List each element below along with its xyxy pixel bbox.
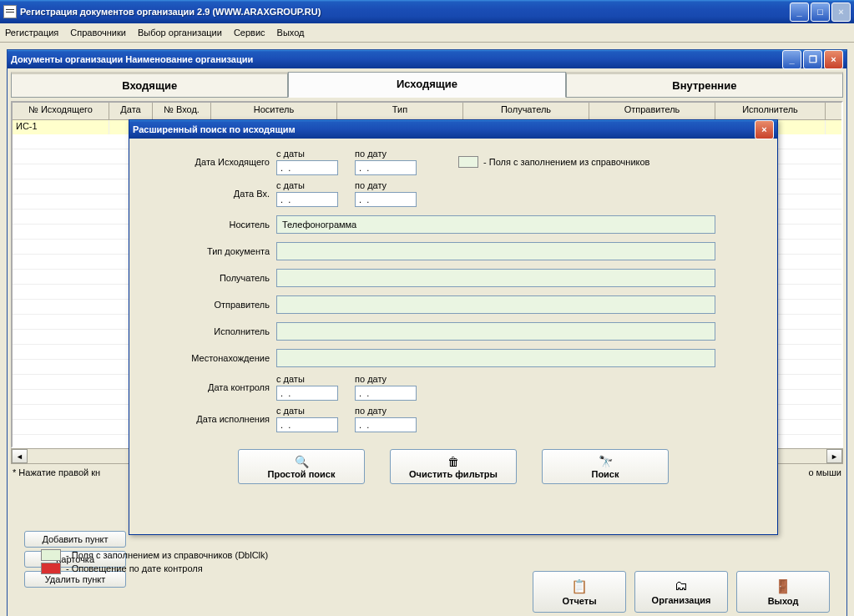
menubar: Регистрация Справочники Выбор организаци… [0,23,854,43]
label-sender: Отправитель [144,300,276,310]
tabs: Входящие Исходящие Внутренние [11,72,843,98]
add-item-button[interactable]: Добавить пункт [24,531,126,548]
app-icon [3,5,17,18]
inner-minimize-button[interactable]: _ [782,50,801,69]
label-carrier: Носитель [144,220,276,230]
search-button[interactable]: 🔭Поиск [542,449,669,484]
label-recipient: Получатель [144,273,276,283]
tab-incoming[interactable]: Входящие [11,72,288,98]
col-type[interactable]: Тип [337,103,463,119]
app-titlebar: Регистрация документов организации 2.9 (… [0,0,854,23]
menu-org-choice[interactable]: Выбор организации [138,28,222,38]
legend-swatch-lookup [41,549,61,561]
menu-service[interactable]: Сервис [234,28,265,38]
maximize-button[interactable]: □ [811,3,830,22]
dialog-title-text: Расширенный поиск по исходящим [133,124,755,134]
col-out-number[interactable]: № Исходящего [13,103,109,119]
label-from: с даты [276,149,338,159]
label-executor: Исполнитель [144,326,276,336]
exit-button[interactable]: 🚪Выход [736,571,830,613]
doctype-input[interactable] [276,242,715,260]
legend-alert-text: - Оповещение по дате контроля [66,563,203,573]
cell-out-number: ИС-1 [13,120,109,134]
location-input[interactable] [276,349,715,367]
menu-handbooks[interactable]: Справочники [70,28,126,38]
col-date[interactable]: Дата [109,103,153,119]
scroll-right-icon[interactable]: ► [826,449,842,463]
close-button-disabled: × [831,3,851,22]
label-location: Местонахождение [144,353,276,363]
date-in-from-input[interactable] [276,192,338,207]
date-control-from-input[interactable] [276,386,338,401]
menu-registration[interactable]: Регистрация [5,28,58,38]
bottom-buttons: 📋Отчеты 🗂Организация 🚪Выход [533,571,830,613]
col-in-number[interactable]: № Вход. [153,103,211,119]
scroll-left-icon[interactable]: ◄ [12,449,28,463]
inner-restore-button[interactable]: ❐ [803,50,822,69]
menu-exit[interactable]: Выход [277,28,305,38]
organization-button[interactable]: 🗂Организация [634,571,728,613]
carrier-input[interactable] [276,215,715,234]
col-executor[interactable]: Исполнитель [715,103,826,119]
legend-lookup-text: - Поля с заполнением из справочников (Db… [66,550,268,560]
simple-search-button[interactable]: 🔍Простой поиск [238,449,365,484]
label-date-in: Дата Вх. [144,189,276,199]
app-title: Регистрация документов организации 2.9 (… [20,7,790,17]
dialog-legend: - Поля с заполнением из справочников [458,156,649,168]
legend: - Поля с заполнением из справочников (Db… [41,549,268,576]
dialog-legend-swatch [458,156,478,168]
col-carrier[interactable]: Носитель [211,103,337,119]
sender-input[interactable] [276,295,715,314]
organization-icon: 🗂 [675,578,688,593]
dialog-legend-text: - Поля с заполнением из справочников [483,157,649,167]
label-doctype: Тип документа [144,246,276,256]
recipient-input[interactable] [276,269,715,287]
executor-input[interactable] [276,322,715,341]
exit-icon: 🚪 [775,578,791,594]
date-in-to-input[interactable] [355,192,417,207]
dialog-titlebar: Расширенный поиск по исходящим × [129,120,777,139]
tab-internal[interactable]: Внутренние [566,72,843,98]
date-out-to-input[interactable] [355,160,417,175]
hint-text: * Нажатие правой кн [13,467,100,477]
documents-titlebar: Документы организации Наименование орган… [8,50,846,68]
date-exec-from-input[interactable] [276,417,338,432]
grid-header: № Исходящего Дата № Вход. Носитель Тип П… [13,103,841,120]
label-to: по дату [355,149,417,159]
app-window: { "window": { "title": "Регистрация доку… [0,0,854,616]
clear-filters-button[interactable]: 🗑Очистить фильтры [390,449,517,484]
reports-icon: 📋 [571,578,588,594]
binoculars-icon: 🔭 [599,455,613,468]
label-date-exec: Дата исполнения [144,414,276,424]
tab-outgoing[interactable]: Исходящие [288,72,565,98]
date-out-from-input[interactable] [276,160,338,175]
advanced-search-dialog: Расширенный поиск по исходящим × Дата Ис… [129,119,778,535]
col-recipient[interactable]: Получатель [463,103,589,119]
minimize-button[interactable]: _ [790,3,809,22]
hint-text-suffix: о мыши [808,467,841,477]
reports-button[interactable]: 📋Отчеты [533,571,626,613]
documents-title: Документы организации Наименование орган… [11,54,782,64]
label-date-control: Дата контроля [144,382,276,392]
label-date-out: Дата Исходящего [144,157,276,167]
inner-close-button[interactable]: × [824,50,843,69]
col-sender[interactable]: Отправитель [589,103,715,119]
legend-swatch-alert [41,563,61,574]
simple-search-icon: 🔍 [295,455,309,468]
dialog-close-button[interactable]: × [755,120,774,139]
date-exec-to-input[interactable] [355,417,417,432]
clear-icon: 🗑 [447,455,459,468]
date-control-to-input[interactable] [355,386,417,401]
